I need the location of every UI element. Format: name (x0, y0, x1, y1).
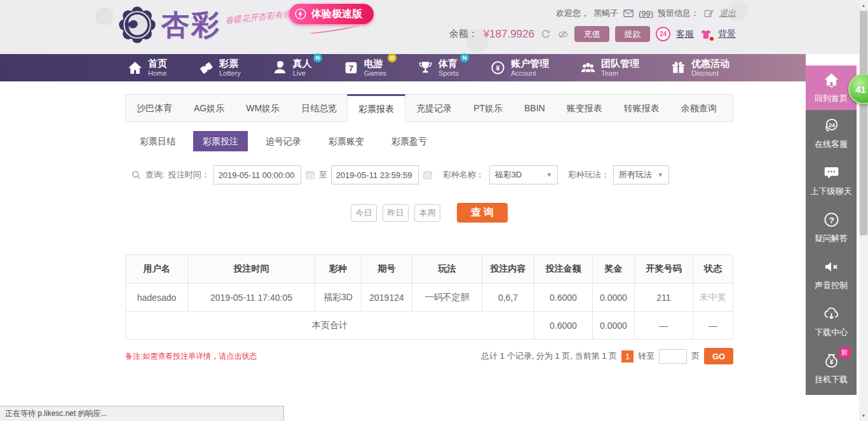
lottery-subtabs: 彩票日结 彩票投注 追号记录 彩票账变 彩票盈亏 (130, 131, 733, 151)
background-link[interactable]: 背景 (718, 29, 736, 40)
games-hot-badge: H (388, 53, 397, 62)
sidebar-item-faq[interactable]: ? 疑问解答 (806, 204, 857, 251)
tab-ag[interactable]: AG娱乐 (183, 95, 235, 121)
tab-daily-overview[interactable]: 日结总览 (290, 95, 348, 121)
chevron-down-icon: ▼ (546, 172, 552, 178)
subtab-chase-records[interactable]: 追号记录 (256, 131, 311, 151)
edit-icon[interactable] (703, 8, 715, 19)
logout-link[interactable]: 退出 (719, 8, 736, 19)
nav-item-lottery[interactable]: 彩票 Lottery (198, 54, 241, 81)
browser-status-bar: 正在等待 p.likesc.net 的响应... (0, 406, 284, 421)
service-24-icon[interactable]: 24 (656, 27, 670, 41)
background-theme-icon[interactable] (700, 28, 712, 41)
service-24-icon: 24 (823, 117, 840, 134)
nav-games-zh: 电游H (364, 59, 386, 68)
tab-transfer-report[interactable]: 转账报表 (613, 95, 670, 121)
home-icon (823, 71, 840, 88)
nav-item-discount[interactable]: 优惠活动 Discount (670, 54, 729, 81)
speed-version-button[interactable]: 体验极速版 (289, 4, 374, 24)
summary-bet-amount: 0.6000 (534, 312, 593, 340)
sidebar-item-online-service[interactable]: 24 在线客服 (806, 110, 857, 157)
table-header-row: 用户名 投注时间 彩种 期号 玩法 投注内容 投注金额 奖金 开奖号码 状态 (126, 255, 733, 284)
customer-service-link[interactable]: 客服 (676, 29, 694, 40)
tab-account-change[interactable]: 账变报表 (556, 95, 613, 121)
nav-item-live[interactable]: 真人N Live (272, 54, 312, 81)
yesterday-button[interactable]: 昨日 (383, 204, 409, 222)
page-number-button[interactable]: 1 (621, 350, 634, 362)
nav-item-team[interactable]: 团队管理 Team (580, 54, 639, 81)
sidebar-item-hangup-download[interactable]: ¥ 新 挂机下载 (806, 345, 857, 392)
col-bet-time: 投注时间 (188, 255, 315, 284)
recharge-button[interactable]: 充值 (574, 26, 609, 42)
today-button[interactable]: 今日 (351, 204, 377, 222)
subtab-lottery-change[interactable]: 彩票账变 (319, 131, 374, 151)
sidebar-item-download[interactable]: 下载中心 (806, 298, 857, 345)
page: 杏彩 春暖花开杏彩有你! 体验极速版 欢迎您， 黑蝎子 (99) 预留信息： (0, 0, 868, 421)
cell-lottery: 福彩3D (315, 284, 362, 312)
quick-filter-row: 今日 昨日 本周 查 询 (125, 203, 733, 223)
new-badge: 新 (839, 347, 850, 358)
summary-label: 本页合计 (126, 312, 534, 340)
bets-table: 用户名 投注时间 彩种 期号 玩法 投注内容 投注金额 奖金 开奖号码 状态 h (125, 254, 733, 340)
subtab-lottery-bets[interactable]: 彩票投注 (193, 131, 248, 151)
nav-item-sports[interactable]: 体育N Sports (417, 54, 459, 81)
play-type-select[interactable]: 所有玩法 ▼ (613, 165, 669, 184)
tab-balance-query[interactable]: 余额查询 (670, 95, 728, 121)
report-card: 沙巴体育 AG娱乐 WM娱乐 日结总览 彩票报表 充提记录 PT娱乐 BBIN … (125, 94, 733, 364)
status-text: 正在等待 p.likesc.net 的响应... (5, 408, 107, 419)
page-scrollbar[interactable]: ▲ ▼ (859, 0, 868, 421)
scroll-down-arrow[interactable]: ▼ (859, 410, 868, 421)
subtab-lottery-daily[interactable]: 彩票日结 (130, 131, 185, 151)
cell-play: 一码不定胆 (412, 284, 482, 312)
tab-bbin[interactable]: BBIN (513, 95, 556, 121)
account-glyph: ¥ (496, 64, 500, 72)
nav-item-home[interactable]: 首页 Home (127, 54, 167, 81)
mail-count-link[interactable]: (99) (639, 9, 653, 18)
bet-time-label: 投注时间： (168, 169, 210, 181)
tab-pt[interactable]: PT娱乐 (463, 95, 513, 121)
calendar-icon[interactable] (305, 170, 315, 180)
tab-deposit-withdraw[interactable]: 充提记录 (405, 95, 463, 121)
cell-bet-time: 2019-05-11 17:40:05 (188, 284, 315, 312)
nav-home-zh: 首页 (148, 59, 167, 68)
sidebar-item-sound[interactable]: 声音控制 (806, 251, 857, 298)
subtab-lottery-pnl[interactable]: 彩票盈亏 (382, 131, 437, 151)
tab-wm[interactable]: WM娱乐 (235, 95, 290, 121)
refresh-icon[interactable] (540, 29, 552, 40)
hide-balance-icon[interactable] (557, 29, 569, 40)
sports-new-badge: N (460, 53, 469, 62)
nav-item-games[interactable]: 7 电游H Games (343, 54, 386, 81)
go-button[interactable]: GO (704, 348, 733, 364)
lottery-name-select[interactable]: 福彩3D ▼ (489, 165, 558, 184)
col-prize: 奖金 (593, 255, 635, 284)
withdraw-button[interactable]: 提款 (615, 26, 650, 42)
tab-shaba-sports[interactable]: 沙巴体育 (126, 95, 183, 121)
sidebar-item-label: 在线客服 (815, 139, 848, 150)
nav-discount-zh: 优惠活动 (691, 59, 729, 68)
col-issue: 期号 (362, 255, 412, 284)
scroll-up-arrow[interactable]: ▲ (859, 0, 868, 11)
mail-icon[interactable] (623, 8, 634, 19)
summary-prize: 0.0000 (593, 312, 635, 340)
scrollbar-thumb[interactable] (860, 11, 867, 235)
nav-items: 首页 Home 彩票 Lottery (127, 54, 729, 81)
cell-issue: 2019124 (362, 284, 412, 312)
this-week-button[interactable]: 本周 (414, 204, 440, 222)
goto-page-input[interactable] (659, 349, 687, 364)
tab-lottery-report[interactable]: 彩票报表 (347, 94, 405, 123)
query-submit-button[interactable]: 查 询 (457, 203, 508, 223)
sidebar-item-chat[interactable]: 上下级聊天 (806, 157, 857, 204)
lottery-ticket-icon (198, 60, 214, 76)
calendar-icon[interactable] (423, 170, 433, 180)
speed-version-label: 体验极速版 (311, 8, 362, 21)
to-label: 至 (319, 169, 327, 181)
nav-lottery-en: Lottery (219, 70, 241, 77)
goto-label: 转至 (638, 350, 654, 362)
date-from-input[interactable] (214, 165, 301, 184)
date-to-input[interactable] (331, 165, 419, 184)
nav-item-account[interactable]: ¥ 账户管理 Account (490, 54, 549, 81)
summary-status-dash: — (693, 312, 733, 340)
play-type-value: 所有玩法 (619, 169, 652, 181)
cell-status[interactable]: 未中奖 (693, 284, 733, 312)
nav-team-en: Team (601, 70, 639, 77)
